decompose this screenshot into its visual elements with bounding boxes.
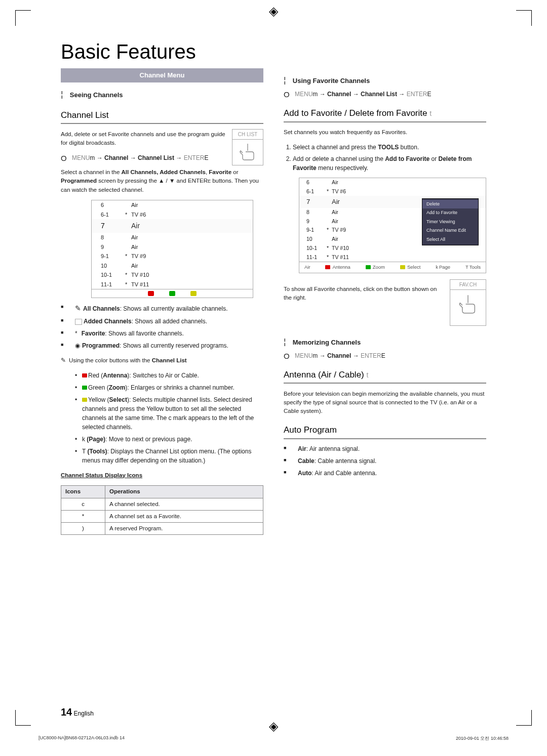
page: ◈ ◈ ◈ ◈ Basic Features Channel Menu ¦ Se…	[0, 0, 547, 756]
trim-mark	[516, 710, 532, 726]
menu-item-select-all[interactable]: Select All	[422, 235, 478, 244]
list-item: Cable: Cable antenna signal.	[284, 456, 486, 466]
green-button-icon	[169, 291, 175, 296]
list-item: ✎All Channels: Shows all currently avail…	[61, 303, 263, 314]
footer-select: Select	[400, 264, 420, 271]
fav-ch-remote-button: FAV.CH	[450, 279, 486, 326]
channel-list-box: 6Air6-1*TV #67Air8Air9Air9-1*TV #910Air1…	[91, 200, 253, 298]
add-to-favorite-title: Add to Favorite / Delete from Favorite t	[284, 107, 486, 122]
footer-zoom: Zoom	[366, 264, 385, 271]
auto-program-title: Auto Program	[284, 424, 486, 439]
page-language: English	[74, 710, 94, 717]
page-title: Basic Features	[61, 40, 486, 63]
left-column: Channel Menu ¦ Seeing Channels Channel L…	[61, 68, 263, 535]
channel-row: 9Air	[92, 242, 253, 252]
set-favorites-desc: Set channels you watch frequently as Fav…	[284, 128, 486, 137]
channel-row: 10Air	[92, 261, 253, 271]
red-button-icon	[148, 291, 154, 296]
page-footer: 14 English	[61, 706, 94, 718]
using-favorite-heading: ¦ Using Favorite Channels	[284, 74, 486, 87]
trim-mark	[15, 10, 31, 26]
table-header-ops: Operations	[105, 486, 263, 498]
channel-row: 6-1*TV #6	[92, 210, 253, 220]
menu-item-delete[interactable]: Delete	[422, 200, 478, 209]
list-item: Yellow (Select): Selects multiple channe…	[75, 395, 263, 432]
channel-type-list: ✎All Channels: Shows all currently avail…	[61, 303, 263, 350]
page-number: 14	[61, 706, 72, 718]
status-icons-heading: Channel Status Display Icons	[61, 471, 263, 480]
channel-row: 7Air	[92, 219, 253, 233]
favorite-steps: Select a channel and press the TOOLS but…	[284, 143, 486, 173]
tools-popup-menu: Delete Add to Favorite Timer Viewing Cha…	[422, 198, 479, 246]
channel-box-footer-2: Air Antenna Zoom Select k Page T Tools	[299, 262, 486, 272]
channel-row: 10-1*TV #10	[92, 270, 253, 280]
list-item: Added Channels: Shows all added channels…	[61, 317, 263, 326]
channel-row: 8Air	[92, 233, 253, 242]
step-2: Add or delete a channel using the Add to…	[293, 154, 486, 173]
fav-ch-label: FAV.CH	[450, 280, 486, 290]
channel-row: 11-1*TV #11	[299, 253, 486, 262]
footer-antenna: Antenna	[325, 264, 350, 271]
list-item: ◉Programmed: Shows all currently reserve…	[61, 341, 263, 350]
registration-mark-top: ◈	[269, 4, 278, 18]
channel-row: 9-1*TV #9	[92, 251, 253, 261]
color-note: Using the color buttons with the Channel…	[61, 356, 263, 365]
channel-list-title: Channel List	[61, 109, 263, 124]
seeing-channels-heading: ¦ Seeing Channels	[61, 89, 263, 101]
table-row: *A channel set as a Favorite.	[61, 510, 263, 522]
auto-program-list: Air: Air antenna signal.Cable: Cable ant…	[284, 444, 486, 478]
menu-path-1: MENUm → Channel → Channel List → ENTERE	[61, 153, 263, 162]
antenna-desc: Before your television can begin memoriz…	[284, 390, 486, 416]
list-item: k (Page): Move to next or previous page.	[75, 435, 263, 444]
print-timestamp: 2010-09-01 오전 10:46:58	[456, 735, 509, 742]
trim-mark	[516, 10, 532, 26]
list-item: Auto: Air and Cable antenna.	[284, 469, 486, 478]
table-row: cA channel selected.	[61, 498, 263, 510]
menu-path-2: MENUm → Channel → Channel List → ENTERE	[284, 90, 486, 99]
channel-row: 6-1*TV #6	[299, 187, 486, 196]
channel-box-footer	[92, 289, 253, 298]
channel-list-box-with-menu: 6Air6-1*TV #67Air8Air9Air9-1*TV #910Air1…	[299, 178, 486, 273]
menu-path-3: MENUm → Channel → ENTERE	[284, 351, 486, 360]
list-item: Air: Air antenna signal.	[284, 444, 486, 453]
select-channel-desc: Select a channel in the All Channels, Ad…	[61, 168, 263, 194]
channel-menu-banner: Channel Menu	[61, 68, 263, 82]
antenna-title: Antenna (Air / Cable) t	[284, 368, 486, 384]
list-item: Red (Antenna): Switches to Air or Cable.	[75, 371, 263, 380]
ch-list-label: CH LIST	[232, 130, 263, 140]
registration-mark-bottom: ◈	[269, 719, 278, 733]
trim-mark	[15, 710, 31, 726]
status-icons-table: Icons Operations cA channel selected.*A …	[61, 485, 263, 535]
channel-row: 6Air	[92, 200, 253, 210]
footer-air: Air	[304, 264, 310, 271]
pointing-hand-icon	[458, 292, 478, 316]
footer-page: k Page	[436, 264, 450, 271]
show-favorites-desc: To show all Favorite channels, click on …	[284, 285, 439, 320]
memorizing-channels-heading: ¦ Memorizing Channels	[284, 336, 486, 348]
list-item: T (Tools): Displays the Channel List opt…	[75, 447, 263, 465]
color-button-list: Red (Antenna): Switches to Air or Cable.…	[61, 371, 263, 465]
menu-item-name-edit[interactable]: Channel Name Edit	[422, 226, 478, 235]
list-item: Green (Zoom): Enlarges or shrinks a chan…	[75, 383, 263, 392]
menu-item-add-favorite[interactable]: Add to Favorite	[422, 208, 478, 218]
print-file: [UC8000-NA]BN68-02712A-06L03.indb 14	[38, 735, 125, 742]
list-item: *Favorite: Shows all favorite channels.	[61, 329, 263, 338]
channel-row: 11-1*TV #11	[92, 280, 253, 289]
channel-row: 6Air	[299, 178, 486, 187]
step-1: Select a channel and press the TOOLS but…	[293, 143, 486, 152]
print-footer: [UC8000-NA]BN68-02712A-06L03.indb 14 201…	[38, 735, 509, 742]
menu-item-timer[interactable]: Timer Viewing	[422, 218, 478, 227]
table-header-icons: Icons	[61, 486, 105, 498]
footer-tools: T Tools	[465, 264, 481, 271]
right-column: ¦ Using Favorite Channels MENUm → Channe…	[284, 68, 486, 535]
table-row: )A reserved Program.	[61, 523, 263, 535]
yellow-button-icon	[190, 291, 197, 296]
